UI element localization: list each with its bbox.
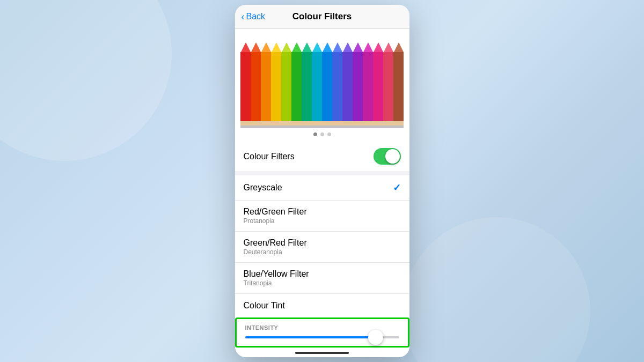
- pencil-end: [261, 121, 271, 125]
- toggle-thumb: [385, 149, 400, 164]
- pencil-14: [373, 42, 383, 128]
- pencil-end: [302, 121, 312, 125]
- pencil-body: [261, 52, 271, 121]
- pencils-container: [235, 37, 409, 128]
- pencil-tip: [261, 42, 271, 52]
- pencil-tip: [353, 42, 363, 52]
- pencil-body: [363, 52, 373, 121]
- pencil-body: [302, 52, 312, 121]
- pencil-body: [240, 52, 251, 121]
- filter-row-5[interactable]: Colour Tint: [235, 294, 409, 317]
- pencil-tip: [384, 42, 393, 52]
- checkmark-icon: ✓: [393, 182, 401, 194]
- filter-row-2[interactable]: Red/Green FilterProtanopia: [235, 201, 409, 232]
- pencil-metal: [383, 125, 393, 128]
- intensity-section: INTENSITY: [235, 317, 409, 348]
- pencil-metal: [373, 125, 383, 128]
- pencil-end: [251, 121, 261, 125]
- pencil-end: [271, 121, 281, 125]
- pencil-metal: [291, 125, 302, 128]
- pencil-tip: [272, 42, 281, 52]
- pencil-metal: [271, 125, 281, 128]
- pencil-body: [322, 52, 332, 121]
- pencil-body: [332, 52, 342, 121]
- pencil-tip: [282, 42, 291, 52]
- pencil-metal: [363, 125, 373, 128]
- filter-subtitle-2: Protanopia: [244, 217, 307, 225]
- phone-frame: ‹ Back Colour Filters: [235, 5, 409, 357]
- pencil-end: [373, 121, 383, 125]
- pencil-metal: [332, 125, 342, 128]
- pencil-body: [291, 52, 302, 121]
- colour-filters-section: Colour Filters: [235, 142, 409, 171]
- pencil-tip: [241, 42, 251, 52]
- filter-row-1[interactable]: Greyscale✓: [235, 175, 409, 201]
- page-indicator: [235, 128, 409, 142]
- pencil-end: [383, 121, 393, 125]
- pencil-12: [353, 42, 363, 128]
- pencil-end: [393, 121, 404, 125]
- pencil-10: [332, 42, 342, 128]
- back-label: Back: [246, 12, 266, 21]
- pencil-end: [342, 121, 353, 125]
- pencil-tip: [302, 42, 312, 52]
- intensity-slider-thumb[interactable]: [368, 330, 383, 345]
- pencil-metal: [261, 125, 271, 128]
- pencil-tip: [343, 42, 353, 52]
- back-chevron-icon: ‹: [241, 12, 245, 21]
- pencil-tip: [312, 42, 322, 52]
- pencil-tip: [292, 42, 302, 52]
- pencil-body: [353, 52, 363, 121]
- dot-2: [320, 132, 324, 136]
- colour-filters-toggle[interactable]: [374, 148, 401, 165]
- bg-shape-2: [402, 217, 590, 362]
- filter-row-4[interactable]: Blue/Yellow FilterTritanopia: [235, 263, 409, 294]
- pencil-6: [291, 42, 302, 128]
- pencil-13: [363, 42, 373, 128]
- pencil-end: [322, 121, 332, 125]
- filter-subtitle-3: Deuteranopia: [244, 248, 307, 256]
- pencil-body: [251, 52, 261, 121]
- pencil-body: [393, 52, 404, 121]
- pencil-metal: [251, 125, 261, 128]
- pencil-metal: [322, 125, 332, 128]
- filter-row-3[interactable]: Green/Red FilterDeuteranopia: [235, 232, 409, 263]
- pencil-9: [322, 42, 332, 128]
- dot-1: [313, 132, 317, 136]
- filter-title-5: Colour Tint: [244, 301, 285, 311]
- pencil-metal: [312, 125, 322, 128]
- pencil-end: [240, 121, 251, 125]
- pencil-tip: [323, 42, 332, 52]
- home-bar: [295, 352, 349, 354]
- bg-shape-1: [0, 0, 172, 161]
- pencil-16: [393, 42, 404, 128]
- pencil-3: [261, 42, 271, 128]
- colour-filters-row: Colour Filters: [235, 142, 409, 171]
- pencil-body: [383, 52, 393, 121]
- pencil-tip: [363, 42, 373, 52]
- pencil-body: [312, 52, 322, 121]
- back-button[interactable]: ‹ Back: [241, 12, 266, 21]
- pencil-7: [302, 42, 312, 128]
- page-title: Colour Filters: [292, 11, 352, 22]
- filter-options-section: Greyscale✓Red/Green FilterProtanopiaGree…: [235, 175, 409, 317]
- pencil-end: [353, 121, 363, 125]
- filter-title-3: Green/Red Filter: [244, 238, 307, 248]
- pencil-2: [251, 42, 261, 128]
- colour-filters-label: Colour Filters: [244, 152, 295, 161]
- pencil-body: [342, 52, 353, 121]
- pencil-5: [281, 42, 291, 128]
- filter-title-1: Greyscale: [244, 183, 282, 193]
- filter-title-4: Blue/Yellow Filter: [244, 269, 309, 279]
- pencil-tip: [394, 42, 404, 52]
- group-separator: [235, 171, 409, 175]
- pencil-metal: [342, 125, 353, 128]
- pencil-body: [373, 52, 383, 121]
- pencil-body: [271, 52, 281, 121]
- pencil-11: [342, 42, 353, 128]
- pencil-tip: [333, 42, 342, 52]
- pencil-end: [332, 121, 342, 125]
- pencil-1: [240, 42, 251, 128]
- pencil-body: [281, 52, 291, 121]
- pencils-image: [235, 29, 409, 128]
